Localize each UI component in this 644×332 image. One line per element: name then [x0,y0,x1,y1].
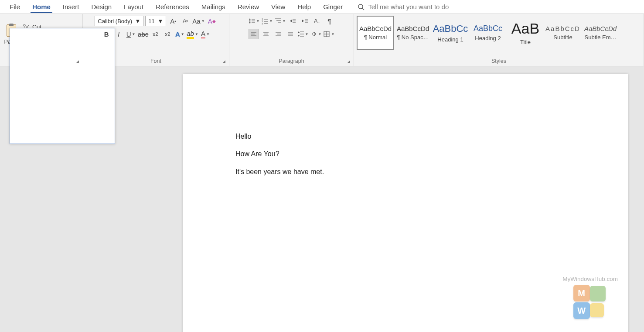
dialog-launcher-paragraph[interactable]: ◢ [347,59,352,65]
ribbon: Paste ▼ Cut Copy Format Painter Clipboar… [0,14,644,66]
style-name: Heading 1 [437,36,463,43]
svg-marker-49 [298,35,300,37]
svg-point-0 [358,4,363,9]
paste-icon [5,24,17,38]
tab-ginger[interactable]: Ginger [317,1,349,12]
doc-line[interactable]: Hello [235,132,576,141]
style-preview: AaBbCcD [545,25,580,32]
chevron-down-icon: ▼ [135,18,140,24]
font-color-button[interactable]: A▼ [200,29,211,39]
bullets-button[interactable]: ▼ [249,16,260,26]
line-spacing-button[interactable]: ▼ [297,29,309,39]
style-tile--no-spac-[interactable]: AaBbCcDd¶ No Spac… [394,16,432,50]
shrink-font-button[interactable]: A▾ [180,16,191,26]
group-styles: AaBbCcDd¶ NormalAaBbCcDd¶ No Spac…AaBbCc… [354,14,644,66]
align-left-button[interactable] [249,29,259,39]
style-tile-subtle-em-[interactable]: AaBbCcDdSubtle Em… [582,16,619,50]
watermark: MyWindowsHub.com M W [562,276,618,319]
style-name: Heading 2 [475,35,501,41]
svg-point-3 [24,24,25,26]
svg-line-1 [362,8,364,10]
font-size-value: 11 [148,18,154,24]
strikethrough-button[interactable]: abc [138,29,148,39]
decrease-indent-button[interactable] [287,16,298,26]
group-clipboard: Paste ▼ Cut Copy Format Painter Clipboar… [0,14,83,66]
svg-point-12 [249,21,250,22]
tell-me[interactable] [358,3,641,10]
font-size-select[interactable]: 11 ▼ [145,16,166,26]
tab-mailings[interactable]: Mailings [195,1,232,12]
style-name: Title [520,39,531,45]
group-paragraph: ▼ 123▼ ▼ A↓ ¶ ▼ ▼ ▼ Paragraph ◢ [229,14,354,66]
dialog-launcher-clipboard[interactable]: ◢ [76,59,81,65]
grow-font-button[interactable]: A▴ [168,16,178,26]
group-label-font: Font [85,57,226,65]
svg-point-14 [249,22,250,24]
doc-line[interactable]: It's been years we have met. [235,167,576,177]
doc-line[interactable]: How Are You? [235,149,576,159]
sort-button[interactable]: A↓ [312,16,322,26]
font-name-value: Calibri (Body) [98,18,132,24]
style-preview: AaB [511,20,539,37]
align-right-button[interactable] [273,29,283,39]
page[interactable]: Hello How Are You? It's been years we ha… [183,74,628,332]
borders-button[interactable]: ▼ [323,29,334,39]
watermark-text: MyWindowsHub.com [562,276,618,282]
tab-help[interactable]: Help [291,1,317,12]
style-tile-heading-2[interactable]: AaBbCcHeading 2 [469,16,507,50]
chevron-down-icon: ▼ [157,18,163,24]
style-preview: AaBbCcDd [584,25,617,32]
group-label-styles: Styles [357,57,641,65]
tab-file[interactable]: File [3,1,26,12]
style-preview: AaBbCc [474,24,502,33]
svg-marker-48 [298,31,300,33]
svg-marker-29 [302,20,304,22]
clear-formatting-button[interactable]: A◆ [207,16,217,26]
style-tile-heading-1[interactable]: AaBbCcHeading 1 [432,16,469,50]
group-label-paragraph: Paragraph [232,57,351,65]
font-name-select[interactable]: Calibri (Body) ▼ [95,16,143,26]
align-center-button[interactable] [261,29,271,39]
highlight-button[interactable]: ab▼ [187,29,198,39]
paste-button[interactable]: Paste ▼ [3,24,20,49]
shading-button[interactable]: ▼ [310,29,322,39]
style-name: ¶ Normal [364,34,387,41]
style-preview: AaBbCc [433,23,468,34]
svg-marker-25 [290,20,292,22]
underline-button[interactable]: U▼ [126,29,136,39]
tab-references[interactable]: References [150,1,195,12]
style-tile-title[interactable]: AaBTitle [507,16,544,50]
tabs-bar: File Home Insert Design Layout Reference… [0,0,644,14]
increase-indent-button[interactable] [300,16,310,26]
dialog-launcher-font[interactable]: ◢ [222,59,228,65]
tab-home[interactable]: Home [26,1,57,12]
document-area[interactable]: Hello How Are You? It's been years we ha… [0,66,644,332]
style-tile-subtitle[interactable]: AaBbCcDSubtitle [544,16,582,50]
style-name: Subtle Em… [585,34,617,41]
style-name: Subtitle [553,34,572,41]
tab-design[interactable]: Design [85,1,118,12]
show-marks-button[interactable]: ¶ [324,16,334,26]
justify-button[interactable] [285,29,296,39]
numbering-button[interactable]: 123▼ [262,16,273,26]
style-name: ¶ No Spac… [397,34,429,41]
tab-layout[interactable]: Layout [118,1,150,12]
bold-button[interactable]: B [101,29,112,39]
group-font: Calibri (Body) ▼ 11 ▼ A▴ A▾ Aa▼ A◆ B I U… [83,14,229,66]
tab-view[interactable]: View [265,1,291,12]
multilevel-list-button[interactable]: ▼ [274,16,286,26]
tell-me-input[interactable] [368,3,481,10]
change-case-button[interactable]: Aa▼ [192,16,204,26]
tab-insert[interactable]: Insert [57,1,85,12]
style-preview: AaBbCcDd [397,25,429,32]
style-tile--normal[interactable]: AaBbCcDd¶ Normal [357,16,394,50]
watermark-logo: M W [573,285,607,319]
tab-review[interactable]: Review [232,1,265,12]
svg-text:3: 3 [262,22,263,24]
style-preview: AaBbCcDd [359,25,392,32]
search-icon [358,3,365,10]
superscript-button[interactable]: x2 [162,29,173,39]
italic-button[interactable]: I [113,29,124,39]
subscript-button[interactable]: x2 [150,29,160,39]
text-effects-button[interactable]: A▼ [174,29,185,39]
